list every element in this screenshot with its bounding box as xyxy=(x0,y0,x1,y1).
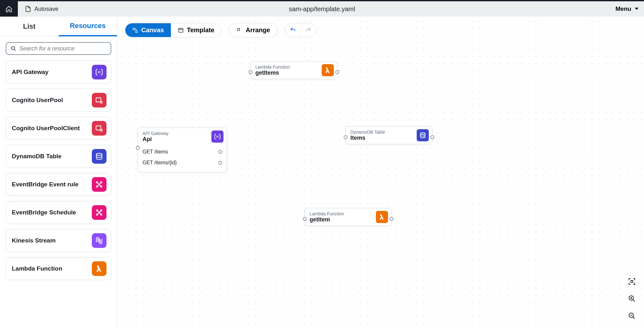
api-route[interactable]: GET /items/{id} xyxy=(143,157,222,168)
resource-label: Cognito UserPoolClient xyxy=(12,125,80,132)
svg-point-23 xyxy=(421,133,425,135)
svg-rect-16 xyxy=(133,28,135,30)
zoom-out-button[interactable] xyxy=(626,310,638,322)
svg-point-14 xyxy=(100,214,102,215)
lambda-icon xyxy=(376,211,388,223)
resource-label: API Gateway xyxy=(12,69,48,76)
dot-grid xyxy=(117,17,644,328)
svg-point-12 xyxy=(100,210,102,211)
file-icon xyxy=(25,6,31,12)
arrange-icon xyxy=(237,27,242,33)
lambda-icon xyxy=(322,64,334,76)
zoom-in-icon xyxy=(628,295,636,302)
route-label: GET /items xyxy=(143,149,168,155)
svg-rect-22 xyxy=(239,30,240,31)
node-name: Api xyxy=(143,136,208,143)
redo-icon xyxy=(305,27,311,33)
template-icon xyxy=(178,27,184,33)
tab-resources[interactable]: Resources xyxy=(59,17,117,36)
svg-rect-3 xyxy=(96,126,101,130)
resource-label: EventBridge Schedule xyxy=(12,209,76,216)
sidebar: List Resources API Gateway Cognito UserP… xyxy=(0,17,117,328)
api-route[interactable]: GET /items xyxy=(143,146,222,157)
resource-icon xyxy=(92,205,106,220)
tab-list[interactable]: List xyxy=(0,17,59,36)
canvas-tab-label: Canvas xyxy=(141,26,164,34)
canvas-icon xyxy=(132,27,138,33)
node-type: API Gateway xyxy=(143,131,208,136)
route-port[interactable] xyxy=(218,161,222,165)
resource-item[interactable]: Cognito UserPoolClient xyxy=(6,117,111,140)
autosave-indicator: Autosave xyxy=(25,6,58,12)
svg-rect-21 xyxy=(238,30,238,31)
chevron-down-icon xyxy=(634,7,639,11)
svg-point-8 xyxy=(96,186,98,187)
resource-item[interactable]: EventBridge Schedule xyxy=(6,201,111,224)
node-getitems[interactable]: Lambda Function getItems xyxy=(251,61,337,79)
zoom-out-icon xyxy=(628,312,636,320)
search-input[interactable] xyxy=(19,45,106,52)
resource-icon xyxy=(92,93,106,108)
arrange-button[interactable]: Arrange xyxy=(229,23,278,37)
home-icon xyxy=(5,5,12,12)
node-name: getItem xyxy=(310,216,372,223)
resource-label: Lambda Function xyxy=(12,265,62,272)
resource-item[interactable]: Cognito UserPool xyxy=(6,89,111,112)
fit-button[interactable] xyxy=(626,276,638,287)
node-name: Items xyxy=(350,135,413,141)
file-title: sam-app/template.yaml xyxy=(289,5,355,13)
resource-icon xyxy=(92,177,106,192)
resource-label: DynamoDB Table xyxy=(12,153,62,160)
menu-button[interactable]: Menu xyxy=(615,5,639,12)
redo-button[interactable] xyxy=(301,23,316,37)
template-tab-label: Template xyxy=(187,26,214,34)
search-box[interactable] xyxy=(6,42,111,55)
resource-icon xyxy=(92,233,106,248)
autosave-label: Autosave xyxy=(34,6,58,12)
svg-rect-19 xyxy=(238,28,238,29)
node-type: Lambda Function xyxy=(310,211,372,216)
svg-rect-20 xyxy=(239,28,240,29)
svg-point-7 xyxy=(100,182,102,183)
canvas-area[interactable]: Canvas Template Arrange xyxy=(117,17,644,328)
svg-rect-24 xyxy=(631,280,633,282)
api-gateway-icon xyxy=(211,130,223,143)
resource-icon xyxy=(92,261,106,276)
node-type: Lambda Function xyxy=(255,64,318,70)
node-api[interactable]: API Gateway Api GET /itemsGET /items/{id… xyxy=(138,128,227,172)
svg-point-13 xyxy=(96,214,98,215)
resource-item[interactable]: EventBridge Event rule xyxy=(6,173,111,196)
svg-point-9 xyxy=(100,186,102,187)
resource-label: Kinesis Stream xyxy=(12,237,55,244)
svg-point-10 xyxy=(99,184,100,185)
resource-item[interactable]: Lambda Function xyxy=(6,257,111,280)
arrange-label: Arrange xyxy=(245,26,270,34)
canvas-tab-button[interactable]: Canvas xyxy=(125,23,171,37)
undo-button[interactable] xyxy=(285,23,301,37)
zoom-in-button[interactable] xyxy=(626,293,638,304)
svg-point-15 xyxy=(99,212,100,213)
svg-rect-1 xyxy=(96,98,101,102)
svg-point-5 xyxy=(96,153,102,155)
svg-point-0 xyxy=(11,47,15,50)
template-tab-button[interactable]: Template xyxy=(171,23,221,37)
node-getitem[interactable]: Lambda Function getItem xyxy=(305,208,392,226)
node-items-table[interactable]: DynamoDB Table Items xyxy=(346,126,432,144)
svg-rect-18 xyxy=(179,28,183,32)
resource-icon xyxy=(92,121,106,136)
svg-point-11 xyxy=(96,210,98,211)
dynamodb-icon xyxy=(417,129,429,141)
resource-icon xyxy=(92,149,106,164)
svg-point-6 xyxy=(96,182,98,183)
node-name: getItems xyxy=(255,70,318,76)
resource-item[interactable]: Kinesis Stream xyxy=(6,229,111,252)
route-port[interactable] xyxy=(218,150,222,154)
resource-icon xyxy=(92,65,106,79)
svg-rect-17 xyxy=(136,31,137,32)
resource-item[interactable]: API Gateway xyxy=(6,61,111,84)
resource-item[interactable]: DynamoDB Table xyxy=(6,145,111,168)
search-icon xyxy=(11,46,16,51)
home-button[interactable] xyxy=(0,1,18,17)
route-label: GET /items/{id} xyxy=(143,160,177,166)
fit-icon xyxy=(628,278,636,285)
